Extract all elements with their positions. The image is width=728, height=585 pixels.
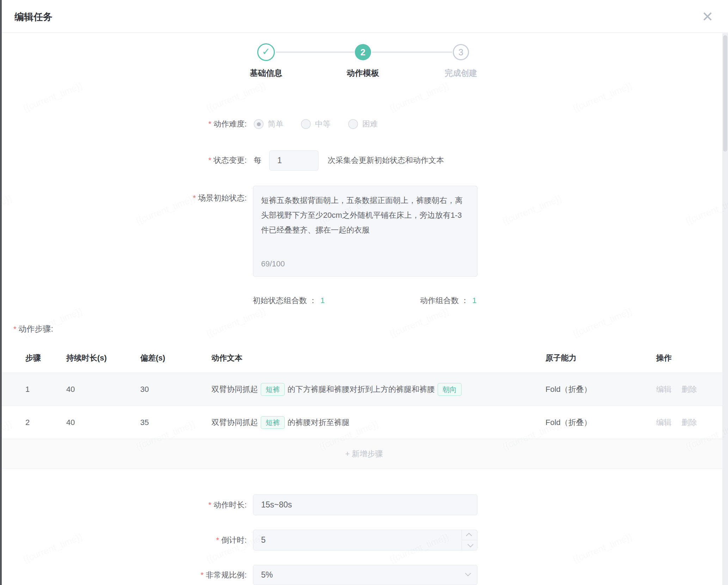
chevron-down-icon <box>467 541 473 547</box>
cell-step: 1 <box>25 385 66 394</box>
table-header-row: 步骤 持续时长(s) 偏差(s) 动作文本 原子能力 操作 <box>0 344 728 373</box>
radio-difficulty-easy[interactable]: 简单 <box>254 119 283 129</box>
watermark-text: {{current_time}} <box>21 306 84 340</box>
dialog-title: 编辑任务 <box>14 11 53 23</box>
cell-action-text: 双臂协同抓起短裤的裤腰对折至裤腿 <box>211 416 545 429</box>
wizard-step-2-label: 动作模板 <box>324 68 402 79</box>
cell-duration: 40 <box>66 418 140 427</box>
cell-deviation: 35 <box>140 418 211 427</box>
action-steps-section-label: *动作步骤: <box>13 324 53 334</box>
wizard-connector-2 <box>372 51 452 53</box>
number-stepper <box>462 530 477 550</box>
cell-ability: Fold（折叠） <box>545 417 656 428</box>
col-header-operation: 操作 <box>656 353 728 363</box>
col-header-ability: 原子能力 <box>545 353 656 363</box>
state-change-label: *状态变更: <box>0 155 247 166</box>
wizard-step-3-label: 完成创建 <box>422 68 500 79</box>
chevron-up-icon <box>466 533 472 539</box>
cell-action-text: 双臂协同抓起短裤的下方裤腿和裤腰对折到上方的裤腿和裤腰朝向 <box>211 383 545 396</box>
action-text-tag: 短裤 <box>261 416 285 429</box>
radio-difficulty-medium[interactable]: 中等 <box>301 119 331 129</box>
delete-link[interactable]: 删除 <box>681 418 697 427</box>
wizard-step-1-check-icon: ✓ <box>257 43 275 61</box>
action-combo-count: 动作组合数 ：1 <box>420 295 476 306</box>
scrollbar-thumb[interactable] <box>723 35 727 152</box>
stepper-up-button[interactable] <box>462 530 477 540</box>
col-header-duration: 持续时长(s) <box>66 353 140 363</box>
action-steps-table: 步骤 持续时长(s) 偏差(s) 动作文本 原子能力 操作 14030双臂协同抓… <box>0 344 728 469</box>
chevron-down-icon <box>465 570 471 576</box>
state-change-suffix: 次采集会更新初始状态和动作文本 <box>328 155 444 166</box>
cell-ability: Fold（折叠） <box>545 384 656 395</box>
action-text-fragment: 的裤腰对折至裤腿 <box>288 418 350 427</box>
action-text-fragment: 的下方裤腿和裤腰对折到上方的裤腿和裤腰 <box>288 385 435 394</box>
initial-state-label: *场景初始状态: <box>0 186 247 203</box>
cell-operations: 编辑删除 <box>656 384 728 395</box>
watermark-text: {{current_time}} <box>388 306 451 340</box>
scrollbar-track[interactable] <box>722 33 728 585</box>
action-text-fragment: 双臂协同抓起 <box>211 385 258 394</box>
close-icon[interactable] <box>698 6 717 26</box>
countdown-label: *倒计时: <box>0 535 247 546</box>
difficulty-label: *动作难度: <box>0 119 247 129</box>
delete-link[interactable]: 删除 <box>681 385 697 394</box>
initial-combo-value: 1 <box>320 296 325 305</box>
edit-link[interactable]: 编辑 <box>656 385 672 394</box>
col-header-step: 步骤 <box>25 353 66 363</box>
radio-icon <box>301 119 311 129</box>
page-left-edge <box>0 0 2 585</box>
watermark-text: {{current_time}} <box>205 80 267 114</box>
action-duration-input[interactable]: 15s~80s <box>253 494 477 515</box>
col-header-deviation: 偏差(s) <box>140 353 211 363</box>
radio-icon <box>254 119 264 129</box>
cell-step: 2 <box>25 418 66 427</box>
unusual-ratio-select[interactable]: 5% <box>253 565 477 585</box>
wizard-connector-1 <box>276 51 354 53</box>
watermark-text: {{current_time}} <box>21 80 84 114</box>
add-step-button[interactable]: + 新增步骤 <box>0 439 728 469</box>
table-row: 24035双臂协同抓起短裤的裤腰对折至裤腿Fold（折叠）编辑删除 <box>0 406 728 439</box>
wizard-step-2-circle: 2 <box>355 44 371 60</box>
action-text-fragment: 双臂协同抓起 <box>211 418 258 427</box>
action-text-tag: 朝向 <box>438 383 462 396</box>
radio-difficulty-hard[interactable]: 困难 <box>348 119 378 129</box>
col-header-action-text: 动作文本 <box>211 353 545 363</box>
watermark-text: {{current_time}} <box>388 80 451 114</box>
state-change-input[interactable]: 1 <box>269 150 319 171</box>
edit-link[interactable]: 编辑 <box>656 418 672 427</box>
cell-operations: 编辑删除 <box>656 417 728 428</box>
watermark-text: {{current_time}} <box>205 306 267 340</box>
table-row: 14030双臂协同抓起短裤的下方裤腿和裤腰对折到上方的裤腿和裤腰朝向Fold（折… <box>0 373 728 406</box>
watermark-text: {{current_time}} <box>571 80 634 114</box>
scene-initial-state-textarea[interactable]: 短裤五条数据背面朝上，五条数据正面朝上，裤腰朝右，离头部视野下方至少20cm之外… <box>253 186 477 277</box>
wizard-step-3-circle: 3 <box>453 44 469 60</box>
cell-deviation: 30 <box>140 385 211 394</box>
action-text-tag: 短裤 <box>261 383 285 396</box>
radio-icon <box>348 119 358 129</box>
stepper-down-button[interactable] <box>462 540 477 550</box>
wizard-step-1-label: 基础信息 <box>227 68 305 79</box>
watermark-text: {{current_time}} <box>571 306 634 340</box>
char-counter: 69/100 <box>261 257 285 271</box>
initial-state-combo-count: 初始状态组合数 ：1 <box>253 295 325 306</box>
dialog-header: 编辑任务 <box>2 0 728 33</box>
action-duration-label: *动作时长: <box>0 500 247 510</box>
action-combo-value: 1 <box>472 296 476 305</box>
unusual-ratio-label: *非常规比例: <box>0 570 247 580</box>
scene-initial-state-text: 短裤五条数据背面朝上，五条数据正面朝上，裤腰朝右，离头部视野下方至少20cm之外… <box>261 193 469 238</box>
countdown-input[interactable]: 5 <box>253 530 477 550</box>
cell-duration: 40 <box>66 385 140 394</box>
state-change-prefix: 每 <box>254 155 261 166</box>
